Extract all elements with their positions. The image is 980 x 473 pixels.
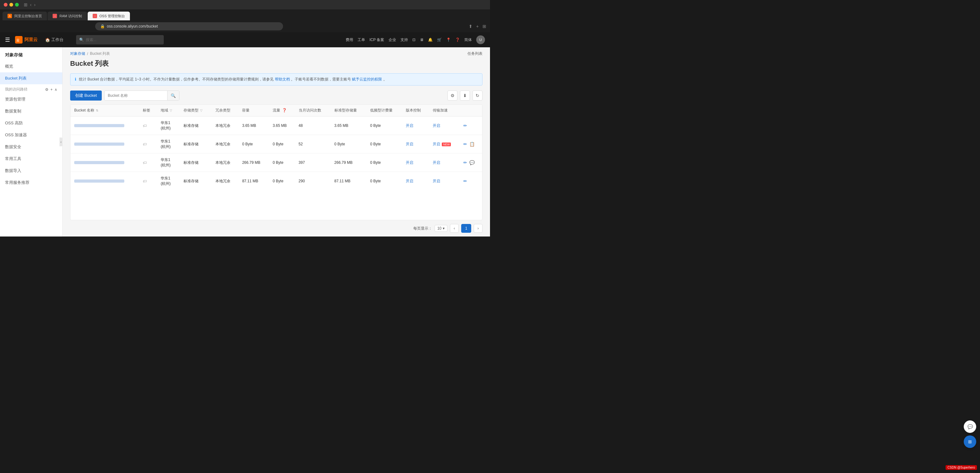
tag-icon-1[interactable]: 🏷 bbox=[143, 142, 147, 147]
sidebar-item-oss-accelerator[interactable]: OSS 加速器 bbox=[0, 129, 62, 141]
back-icon[interactable]: ‹ bbox=[30, 2, 32, 7]
edit-icon-2[interactable]: ✏ bbox=[463, 160, 467, 165]
hamburger-menu[interactable]: ☰ bbox=[5, 36, 10, 43]
transfer-accel-link-2[interactable]: 开启 bbox=[433, 160, 440, 165]
nav-icp[interactable]: ICP 备案 bbox=[369, 37, 384, 43]
tag-icon-2[interactable]: 🏷 bbox=[143, 160, 147, 165]
th-region[interactable]: 地域 ▽ bbox=[157, 105, 180, 116]
td-bucket-name-1[interactable] bbox=[70, 135, 139, 153]
create-bucket-button[interactable]: 创建 Bucket bbox=[70, 91, 102, 100]
td-tag-1: 🏷 bbox=[139, 135, 157, 153]
tab-ram[interactable]: → RAM 访问控制 bbox=[48, 11, 87, 21]
version-control-link-0[interactable]: 开启 bbox=[406, 123, 413, 128]
tab-oss[interactable]: → OSS 管理控制台 bbox=[88, 11, 130, 21]
th-storage-type[interactable]: 存储类型 ▽ bbox=[180, 105, 212, 116]
collapse-icon[interactable]: ∧ bbox=[54, 88, 57, 92]
sidebar-item-accesspath-label[interactable]: 我的访问路径 bbox=[5, 87, 27, 92]
sidebar-item-tools[interactable]: 常用工具 bbox=[0, 153, 62, 165]
help-icon-traffic[interactable]: ❓ bbox=[282, 108, 287, 113]
message-icon[interactable]: 🖥 bbox=[420, 38, 424, 42]
task-list-button[interactable]: 任务列表 bbox=[468, 51, 482, 56]
nav-search[interactable]: 🔍 搜索... bbox=[76, 35, 164, 45]
grid-icon[interactable]: ⊞ bbox=[482, 24, 486, 29]
nav-workbench[interactable]: 🏠 工作台 bbox=[43, 37, 66, 43]
version-control-link-1[interactable]: 开启 bbox=[406, 142, 413, 146]
version-control-link-3[interactable]: 开启 bbox=[406, 179, 413, 183]
refresh-icon-btn[interactable]: ↻ bbox=[473, 91, 482, 100]
nav-fee[interactable]: 费用 bbox=[346, 37, 353, 43]
prev-page-button[interactable]: ‹ bbox=[450, 224, 459, 233]
page-size-select[interactable]: 10 ▾ bbox=[434, 225, 447, 232]
share-icon[interactable]: ⬆ bbox=[469, 24, 473, 29]
nav-ticket[interactable]: 工单 bbox=[358, 37, 365, 43]
gear-icon[interactable]: ⚙ bbox=[45, 88, 49, 92]
bucket-name-link-1[interactable] bbox=[74, 143, 124, 146]
maximize-button[interactable] bbox=[15, 3, 19, 6]
edit-icon-1[interactable]: ✏ bbox=[463, 142, 467, 147]
table-row: 🏷 华东1(杭州) 标准存储 本地冗余 266.79 MB 0 Byte 397… bbox=[70, 153, 482, 172]
cart-icon[interactable]: 🛒 bbox=[437, 38, 442, 42]
th-bucket-name[interactable]: Bucket 名称 ⇅ bbox=[70, 105, 139, 116]
nav-support[interactable]: 支持 bbox=[401, 37, 408, 43]
version-control-link-2[interactable]: 开启 bbox=[406, 160, 413, 165]
sidebar-toggle-icon[interactable]: ⊞ bbox=[24, 2, 27, 7]
bucket-search-input[interactable] bbox=[105, 93, 167, 98]
sidebar-item-replication[interactable]: 数据复制 bbox=[0, 105, 62, 117]
new-tab-icon[interactable]: + bbox=[476, 24, 479, 29]
td-monthly-access-2: 397 bbox=[295, 153, 331, 172]
tag-icon-0[interactable]: 🏷 bbox=[143, 123, 147, 128]
browser-controls: ⊞ ‹ › bbox=[24, 2, 35, 7]
bucket-name-link-3[interactable] bbox=[74, 180, 124, 183]
td-bucket-name-3[interactable] bbox=[70, 172, 139, 190]
user-avatar[interactable]: U bbox=[476, 35, 485, 44]
current-page-indicator[interactable]: 1 bbox=[461, 224, 471, 233]
screen-icon[interactable]: ⊡ bbox=[412, 38, 415, 42]
sidebar-item-datasecurity[interactable]: 数据安全 bbox=[0, 141, 62, 153]
forward-icon[interactable]: › bbox=[34, 2, 36, 7]
address-bar[interactable]: 🔒 oss.console.aliyun.com/bucket bbox=[95, 22, 283, 30]
download-icon-btn[interactable]: ⬇ bbox=[460, 91, 470, 100]
location-icon[interactable]: 📍 bbox=[446, 38, 451, 42]
transfer-accel-link-0[interactable]: 开启 bbox=[433, 123, 440, 128]
transfer-accel-link-3[interactable]: 开启 bbox=[433, 179, 440, 183]
bell-icon[interactable]: 🔔 bbox=[428, 38, 433, 42]
language-label[interactable]: 简体 bbox=[465, 37, 472, 43]
tag-icon-3[interactable]: 🏷 bbox=[143, 179, 147, 183]
transfer-accel-link-1[interactable]: 开启 bbox=[433, 142, 440, 146]
sidebar-accesspath-actions: ⚙ + ∧ bbox=[45, 88, 57, 92]
browser-tabs: A 阿里云控制台首页 → RAM 访问控制 → OSS 管理控制台 bbox=[0, 10, 490, 21]
close-button[interactable] bbox=[4, 3, 8, 6]
chevron-down-icon: ▾ bbox=[443, 226, 445, 231]
help-doc-link[interactable]: 帮助文档 bbox=[275, 77, 290, 81]
sidebar-item-oss-ddos[interactable]: OSS 高防 bbox=[0, 117, 62, 129]
edit-icon-0[interactable]: ✏ bbox=[463, 123, 467, 128]
sidebar-collapse-handle[interactable]: ‹ bbox=[59, 137, 63, 146]
minimize-button[interactable] bbox=[10, 3, 13, 6]
bucket-search-button[interactable]: 🔍 bbox=[167, 91, 179, 100]
grant-permission-link[interactable]: 赋予云监控的权限 bbox=[352, 77, 382, 81]
comment-icon-2[interactable]: 💬 bbox=[469, 160, 475, 165]
td-standard-storage-2: 266.79 MB bbox=[331, 153, 366, 172]
sidebar-item-resource[interactable]: 资源包管理 bbox=[0, 93, 62, 105]
sidebar-item-datasecurity-label: 数据安全 bbox=[5, 144, 21, 150]
sidebar-item-services[interactable]: 常用服务推荐 bbox=[0, 177, 62, 189]
filter-icon-region: ▽ bbox=[170, 109, 172, 112]
help-icon[interactable]: ❓ bbox=[455, 38, 460, 42]
td-bucket-name-2[interactable] bbox=[70, 153, 139, 172]
td-bucket-name-0[interactable] bbox=[70, 116, 139, 135]
page-title: Bucket 列表 bbox=[63, 56, 490, 73]
tab-aliyun-home[interactable]: A 阿里云控制台首页 bbox=[3, 11, 47, 21]
edit-icon-3[interactable]: ✏ bbox=[463, 178, 467, 183]
add-icon[interactable]: + bbox=[51, 88, 52, 92]
bucket-name-link-0[interactable] bbox=[74, 124, 124, 127]
nav-enterprise[interactable]: 企业 bbox=[388, 37, 396, 43]
sidebar-item-dataimport[interactable]: 数据导入 bbox=[0, 165, 62, 177]
sidebar-item-bucketlist[interactable]: Bucket 列表 bbox=[0, 72, 62, 84]
sidebar-item-overview[interactable]: 概览 bbox=[0, 61, 62, 72]
breadcrumb-root[interactable]: 对象存储 bbox=[70, 51, 85, 56]
bucket-name-link-2[interactable] bbox=[74, 161, 124, 164]
copy-icon-1[interactable]: 📋 bbox=[469, 142, 475, 147]
next-page-button[interactable]: › bbox=[474, 224, 482, 233]
aliyun-brand-text: 阿里云 bbox=[24, 37, 38, 43]
settings-icon-btn[interactable]: ⚙ bbox=[447, 91, 457, 100]
